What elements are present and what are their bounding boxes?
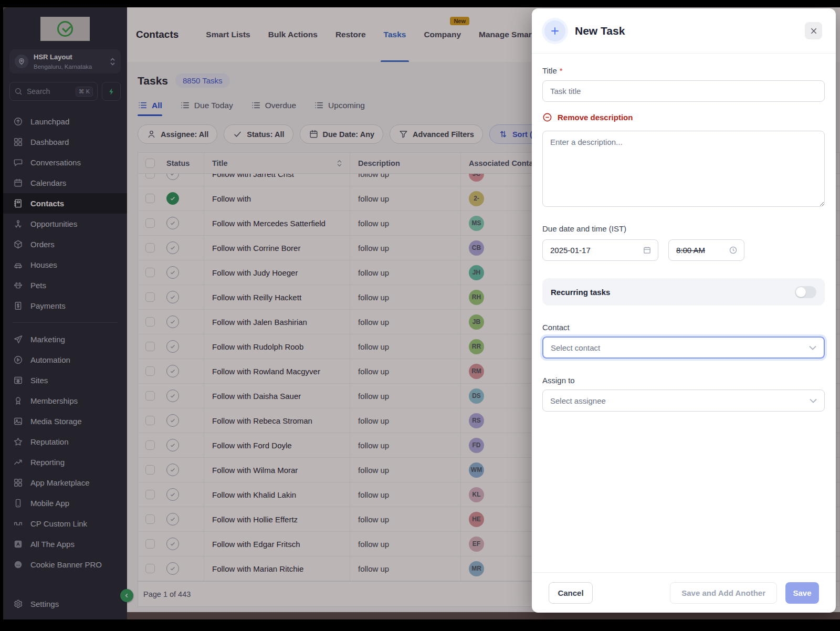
clock-icon [729, 246, 738, 255]
due-time-value: 8:00 AM [676, 246, 705, 255]
chevron-down-icon [810, 398, 817, 403]
required-asterisk: * [560, 66, 563, 75]
minus-circle-icon [542, 112, 552, 122]
assignee-select[interactable]: Select assignee [542, 390, 825, 412]
drawer-body: Title* Remove description Due date and t… [532, 54, 836, 572]
contact-select-placeholder: Select contact [551, 343, 600, 352]
recurring-tasks-label: Recurring tasks [551, 288, 610, 297]
close-icon [810, 27, 818, 35]
screen: HSR Layout Bengaluru, Karnataka Search ⌘… [0, 0, 840, 631]
close-button[interactable] [805, 22, 822, 39]
plus-icon [544, 20, 565, 41]
remove-description-link[interactable]: Remove description [542, 112, 825, 122]
app-window: HSR Layout Bengaluru, Karnataka Search ⌘… [3, 7, 840, 619]
assignee-select-placeholder: Select assignee [550, 396, 606, 405]
task-title-input[interactable] [542, 80, 825, 102]
due-datetime-row: 2025-01-17 8:00 AM [542, 239, 825, 261]
save-button[interactable]: Save [785, 582, 819, 604]
calendar-icon [643, 246, 652, 255]
contact-select[interactable]: Select contact [542, 336, 825, 359]
chevron-down-icon [809, 345, 816, 350]
due-date-input[interactable]: 2025-01-17 [542, 239, 658, 261]
title-label-text: Title [542, 66, 557, 75]
contact-label: Contact [542, 323, 825, 332]
cancel-button[interactable]: Cancel [549, 582, 593, 604]
drawer-footer: Cancel Save and Add Another Save [532, 572, 836, 613]
due-time-input[interactable]: 8:00 AM [668, 239, 744, 261]
task-description-textarea[interactable] [542, 131, 825, 207]
drawer-header: New Task [532, 8, 836, 54]
recurring-toggle[interactable] [795, 286, 816, 298]
due-date-value: 2025-01-17 [550, 246, 591, 255]
recurring-tasks-section: Recurring tasks [542, 278, 825, 306]
new-task-drawer: New Task Title* Remove description D [532, 8, 836, 613]
drawer-title: New Task [575, 25, 625, 37]
assign-to-label: Assign to [542, 376, 825, 385]
title-field-label: Title* [542, 66, 825, 75]
save-and-add-another-button[interactable]: Save and Add Another [670, 582, 777, 604]
remove-description-label: Remove description [558, 113, 633, 122]
due-date-label: Due date and time (IST) [542, 224, 825, 233]
toggle-knob [796, 287, 806, 297]
